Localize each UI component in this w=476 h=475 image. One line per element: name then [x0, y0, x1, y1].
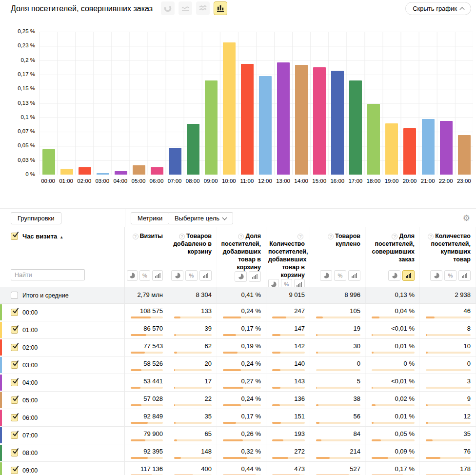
row-label[interactable]: 09:00: [22, 467, 38, 474]
toggle-pie-button[interactable]: [320, 270, 332, 281]
column-header-label[interactable]: ?Количество посетителей, добавивших това…: [268, 232, 305, 279]
y-tick-label: 0,23 %: [0, 42, 35, 48]
toggle-bars-button[interactable]: [199, 270, 212, 281]
chart-bar[interactable]: [97, 173, 109, 175]
chart-bar[interactable]: [277, 62, 290, 175]
row-checkbox[interactable]: [11, 467, 18, 474]
row-checkbox[interactable]: [11, 344, 18, 351]
chart-bar[interactable]: [115, 171, 127, 175]
chart-bar[interactable]: [79, 167, 91, 175]
row-label[interactable]: Итого и средние: [22, 292, 69, 299]
search-input[interactable]: [11, 269, 85, 280]
gear-icon[interactable]: ⚙: [463, 213, 470, 223]
toggle-percent-button[interactable]: %: [185, 270, 198, 281]
chart-bar[interactable]: [313, 67, 326, 175]
chart-bar[interactable]: [349, 80, 362, 175]
toggle-bars-button[interactable]: [249, 271, 261, 282]
row-checkbox[interactable]: [11, 432, 18, 439]
column-header-label[interactable]: ?Количество посетителей, купивших товар: [422, 232, 471, 263]
row-label[interactable]: 01:00: [22, 327, 38, 334]
metrics-button[interactable]: Метрики: [131, 212, 169, 224]
goal-select-button[interactable]: Выберите цель: [168, 212, 233, 224]
chart-bar[interactable]: [151, 167, 163, 175]
column-header-label[interactable]: ?Товаров добавлено в корзину: [170, 232, 212, 256]
toggle-bars-button[interactable]: [402, 270, 415, 281]
chart-bar[interactable]: [187, 124, 199, 175]
chart-bar[interactable]: [42, 149, 55, 175]
metric-cell: 136: [266, 392, 310, 409]
chart-bar[interactable]: [241, 64, 254, 175]
share-bar-track: [372, 352, 415, 354]
row-checkbox[interactable]: [11, 396, 18, 404]
row-label[interactable]: 00:00: [22, 309, 38, 316]
row-label[interactable]: 05:00: [22, 397, 38, 404]
help-icon[interactable]: ?: [298, 234, 303, 239]
toggle-bars-button[interactable]: [458, 270, 471, 281]
help-icon[interactable]: ?: [392, 234, 397, 239]
row-checkbox[interactable]: [11, 449, 18, 456]
toggle-bars-button[interactable]: [348, 270, 360, 281]
help-icon[interactable]: ?: [133, 234, 139, 239]
share-bar-track: [316, 369, 360, 371]
chart-bar[interactable]: [169, 148, 181, 175]
chart-bar[interactable]: [458, 135, 471, 175]
groupings-button[interactable]: Группировки: [11, 212, 61, 224]
column-header-label[interactable]: ?Визиты: [127, 232, 163, 240]
chart-bar[interactable]: [367, 104, 380, 175]
hide-chart-button[interactable]: Скрыть график: [405, 2, 471, 15]
toggle-pie-button[interactable]: [388, 270, 400, 281]
metric-cell: 142: [266, 339, 310, 356]
toggle-pie-button[interactable]: [235, 271, 247, 282]
row-label[interactable]: 06:00: [22, 415, 38, 421]
select-all-checkbox[interactable]: [11, 233, 18, 240]
chart-bar[interactable]: [440, 121, 453, 175]
row-label[interactable]: 02:00: [22, 344, 38, 351]
chart-bar[interactable]: [60, 169, 73, 175]
chart-bar[interactable]: [259, 76, 272, 175]
column-header-label[interactable]: ?Товаров куплено: [312, 232, 360, 248]
chart-bar[interactable]: [205, 80, 218, 175]
chart-bar[interactable]: [403, 128, 416, 175]
row-label[interactable]: 08:00: [22, 450, 38, 456]
chart-bar[interactable]: [223, 42, 236, 175]
line-chart-icon[interactable]: [178, 1, 192, 15]
row-checkbox[interactable]: [11, 309, 18, 316]
help-icon[interactable]: ?: [179, 234, 185, 239]
chart-bar[interactable]: [295, 65, 308, 175]
toggle-percent-button[interactable]: %: [334, 270, 346, 281]
row-checkbox[interactable]: [11, 414, 18, 421]
chart-bar[interactable]: [331, 71, 344, 175]
metric-cell: 151: [266, 409, 310, 426]
toggle-pie-button[interactable]: [127, 270, 138, 281]
help-icon[interactable]: ?: [328, 234, 334, 239]
column-header-label[interactable]: ?Доля посетителей, добавивших товар в ко…: [219, 232, 261, 271]
metric-cell: 2 938: [420, 287, 476, 303]
metric-cell: 57 028: [125, 392, 168, 409]
toggle-percent-button[interactable]: %: [444, 270, 456, 281]
toggle-pie-button[interactable]: [430, 270, 442, 281]
help-icon[interactable]: ?: [428, 234, 434, 239]
column-header-label[interactable]: ?Доля посетителей, совершивших заказ: [368, 232, 415, 263]
chart-bar[interactable]: [385, 123, 398, 175]
row-checkbox[interactable]: [11, 379, 18, 386]
row-label[interactable]: 04:00: [22, 379, 38, 386]
metric-value: 0,17 %: [223, 413, 261, 420]
row-label[interactable]: 07:00: [22, 432, 38, 439]
share-bar-track: [372, 369, 415, 371]
metric-cell: 0,24 %: [217, 392, 266, 409]
row-checkbox[interactable]: [11, 326, 18, 334]
toggle-pie-button[interactable]: [171, 270, 183, 281]
dimension-label[interactable]: Час визита▲: [22, 233, 63, 240]
pie-chart-icon[interactable]: [161, 1, 175, 15]
row-label[interactable]: 03:00: [22, 362, 38, 369]
chart-bar[interactable]: [133, 165, 145, 175]
chart-bar[interactable]: [422, 119, 435, 175]
toggle-percent-button[interactable]: %: [139, 270, 150, 281]
stacked-chart-icon[interactable]: [196, 1, 210, 15]
bar-chart-icon[interactable]: [214, 1, 227, 15]
row-checkbox[interactable]: [11, 361, 18, 369]
help-icon[interactable]: ?: [238, 234, 244, 239]
goal-label: Выберите цель: [175, 215, 219, 222]
row-checkbox[interactable]: [11, 292, 18, 299]
toggle-bars-button[interactable]: [152, 270, 163, 281]
